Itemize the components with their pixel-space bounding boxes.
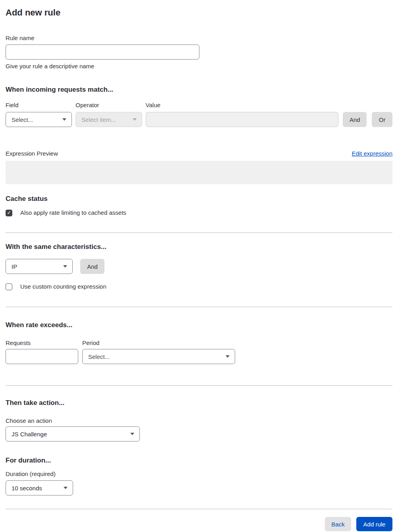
rate-heading: When rate exceeds... <box>6 321 392 330</box>
duration-select[interactable]: 10 seconds <box>6 480 73 495</box>
page-title: Add new rule <box>6 8 392 18</box>
field-label: Field <box>6 101 72 109</box>
action-heading: Then take action... <box>6 399 392 407</box>
duration-heading: For duration... <box>6 456 392 465</box>
operator-select-value: Select item... <box>81 116 116 123</box>
divider <box>6 509 392 509</box>
field-select[interactable]: Select... <box>6 112 72 127</box>
field-select-value: Select... <box>12 116 33 123</box>
add-rule-button[interactable]: Add rule <box>356 517 392 531</box>
expression-preview-label: Expression Preview <box>6 150 58 158</box>
characteristics-row: IP And <box>6 259 392 274</box>
divider <box>6 306 392 307</box>
match-builder-row: Field Select... Operator Select item... … <box>6 101 392 127</box>
characteristics-heading: With the same characteristics... <box>6 243 392 251</box>
period-select-value: Select... <box>88 353 110 360</box>
custom-counting-checkbox[interactable] <box>6 283 12 290</box>
action-select-value: JS Challenge <box>12 431 47 438</box>
requests-label: Requests <box>6 339 78 347</box>
operator-select: Select item... <box>75 112 142 127</box>
divider <box>6 232 392 233</box>
duration-select-value: 10 seconds <box>12 485 42 492</box>
edit-expression-link[interactable]: Edit expression <box>352 150 392 158</box>
match-section-heading: When incoming requests match... <box>6 85 392 94</box>
rate-labels-row: Requests Period <box>6 339 392 347</box>
cache-status-heading: Cache status <box>6 195 392 203</box>
caret-down-icon <box>62 118 66 121</box>
cache-checkbox-row: Also apply rate limiting to cached asset… <box>6 209 392 217</box>
caret-down-icon <box>133 118 137 121</box>
period-select[interactable]: Select... <box>82 349 235 364</box>
expression-preview-box <box>6 161 392 184</box>
cached-assets-checkbox-label: Also apply rate limiting to cached asset… <box>20 209 126 217</box>
caret-down-icon <box>63 265 67 268</box>
field-column: Field Select... <box>6 101 72 127</box>
operator-label: Operator <box>75 101 142 109</box>
add-rule-form: Add new rule Rule name Give your rule a … <box>0 0 398 531</box>
and-condition-button[interactable]: And <box>343 112 367 127</box>
duration-label: Duration (required) <box>6 470 392 478</box>
add-characteristic-button[interactable]: And <box>80 259 104 274</box>
period-label: Period <box>82 339 99 347</box>
characteristic-select-value: IP <box>12 263 17 270</box>
rate-controls-row: Select... <box>6 349 392 364</box>
rule-name-input[interactable] <box>6 44 199 60</box>
divider <box>6 385 392 386</box>
or-condition-button[interactable]: Or <box>372 112 392 127</box>
counting-expression-row: Use custom counting expression <box>6 283 392 291</box>
action-select[interactable]: JS Challenge <box>6 426 140 441</box>
operator-column: Operator Select item... <box>75 101 142 127</box>
characteristic-select[interactable]: IP <box>6 259 73 274</box>
back-button[interactable]: Back <box>325 517 351 531</box>
caret-down-icon <box>130 433 134 435</box>
value-input <box>146 112 339 127</box>
value-column: Value <box>146 101 339 127</box>
caret-down-icon <box>64 487 68 489</box>
choose-action-label: Choose an action <box>6 417 392 425</box>
caret-down-icon <box>226 355 230 358</box>
footer-actions: Back Add rule <box>6 517 392 531</box>
custom-counting-checkbox-label: Use custom counting expression <box>20 283 106 291</box>
value-label: Value <box>146 101 339 109</box>
requests-input[interactable] <box>6 349 78 364</box>
cached-assets-checkbox[interactable] <box>6 210 12 216</box>
rule-name-label: Rule name <box>6 34 392 42</box>
rule-name-help: Give your rule a descriptive name <box>6 62 392 70</box>
expression-preview-header: Expression Preview Edit expression <box>6 150 392 158</box>
